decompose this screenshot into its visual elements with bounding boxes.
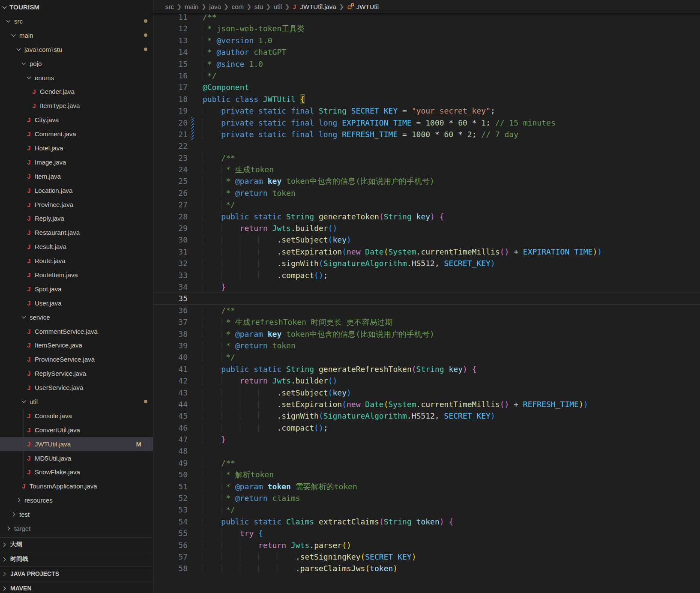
code-line-53[interactable]: 53 */	[153, 504, 700, 515]
tree-item-Item.java[interactable]: JItem.java	[0, 169, 153, 183]
code-line-57[interactable]: 57 .setSigningKey(SECRET_KEY)	[153, 551, 700, 563]
breadcrumb-item-com[interactable]: com	[232, 3, 244, 10]
tree-item-resources[interactable]: resources	[0, 493, 153, 507]
code-line-30[interactable]: 30 .setSubject(key)	[153, 234, 700, 246]
tree-item-Route.java[interactable]: JRoute.java	[0, 254, 153, 268]
tree-item-target[interactable]: target	[0, 521, 153, 536]
code-area[interactable]: 11/**12 * json-web-token工具类13 * @version…	[153, 11, 700, 575]
code-line-18[interactable]: 18public class JWTUtil {	[153, 93, 700, 105]
code-line-50[interactable]: 50 * 解析token	[153, 469, 700, 480]
code-line-17[interactable]: 17@Component	[153, 81, 700, 93]
code-line-15[interactable]: 15 * @since 1.0	[153, 58, 700, 70]
tree-item-UserService.java[interactable]: JUserService.java	[0, 380, 153, 395]
tree-item-Reply.java[interactable]: JReply.java	[0, 211, 153, 225]
tree-item-ItemService.java[interactable]: JItemService.java	[0, 338, 153, 352]
breadcrumb-item-main[interactable]: main	[185, 3, 199, 10]
tree-item-Result.java[interactable]: JResult.java	[0, 240, 153, 254]
code-line-54[interactable]: 54 public static Claims extractClaims(St…	[153, 516, 700, 527]
tree-item-label: Console.java	[35, 412, 72, 419]
tree-item-pojo[interactable]: pojo	[0, 57, 153, 71]
tree-item-ItemType.java[interactable]: JItemType.java	[0, 99, 153, 113]
code-line-51[interactable]: 51 * @param token 需要解析的token	[153, 481, 700, 492]
code-line-41[interactable]: 41 public static String generateRefreshT…	[153, 363, 700, 375]
code-line-20[interactable]: 20 private static final long EXPIRATION_…	[153, 117, 700, 129]
code-line-46[interactable]: 46 .compact();	[153, 422, 700, 434]
code-line-33[interactable]: 33 .compact();	[153, 270, 700, 281]
tree-item-Restaurant.java[interactable]: JRestaurant.java	[0, 225, 153, 240]
code-line-21[interactable]: 21 private static final long REFRESH_TIM…	[153, 129, 700, 140]
code-line-48[interactable]: 48	[153, 445, 700, 457]
code-line-24[interactable]: 24 * 生成token	[153, 164, 700, 175]
code-line-27[interactable]: 27 */	[153, 199, 700, 210]
tree-item-MD5Util.java[interactable]: JMD5Util.java	[0, 451, 153, 465]
tree-item-enums[interactable]: enums	[0, 71, 153, 85]
code-line-38[interactable]: 38 * @param key token中包含的信息(比如说用户的手机号)	[153, 328, 700, 340]
tree-item-Gender.java[interactable]: JGender.java	[0, 84, 153, 99]
code-line-32[interactable]: 32 .signWith(SignatureAlgorithm.HS512, S…	[153, 258, 700, 269]
code-line-11[interactable]: 11/**	[153, 11, 700, 23]
sidebar-section-maven[interactable]: MAVEN	[0, 581, 153, 593]
breadcrumb-file[interactable]: J JWTUtil.java	[293, 3, 336, 10]
code-line-58[interactable]: 58 .parseClaimsJws(token)	[153, 563, 700, 574]
explorer-root-header[interactable]: TOURISM	[0, 0, 153, 14]
tree-item-src[interactable]: src	[0, 14, 153, 28]
code-line-29[interactable]: 29 return Jwts.builder()	[153, 222, 700, 234]
tree-item-Spot.java[interactable]: JSpot.java	[0, 282, 153, 296]
tree-item-Province.java[interactable]: JProvince.java	[0, 198, 153, 212]
code-line-22[interactable]: 22	[153, 140, 700, 152]
tree-item-Image.java[interactable]: JImage.java	[0, 155, 153, 169]
code-line-43[interactable]: 43 .setSubject(key)	[153, 387, 700, 398]
code-line-26[interactable]: 26 * @return token	[153, 187, 700, 199]
tree-item-java-com-stu[interactable]: java\com\stu	[0, 42, 153, 57]
tree-item-ProvinceService.java[interactable]: JProvinceService.java	[0, 352, 153, 366]
sidebar-section-java-projects[interactable]: JAVA PROJECTS	[0, 566, 153, 581]
code-line-36[interactable]: 36 /**	[153, 305, 700, 316]
tree-item-ReplyService.java[interactable]: JReplyService.java	[0, 366, 153, 380]
code-line-19[interactable]: 19 private static final String SECRET_KE…	[153, 105, 700, 117]
tree-item-main[interactable]: main	[0, 28, 153, 42]
sidebar-section-时间线[interactable]: 时间线	[0, 552, 153, 566]
tree-item-service[interactable]: service	[0, 310, 153, 324]
code-line-52[interactable]: 52 * @return claims	[153, 492, 700, 504]
code-line-34[interactable]: 34 }	[153, 281, 700, 293]
code-line-39[interactable]: 39 * @return token	[153, 340, 700, 351]
breadcrumb-item-util[interactable]: util	[274, 3, 282, 10]
tree-item-Console.java[interactable]: JConsole.java	[0, 409, 153, 423]
code-line-28[interactable]: 28 public static String generateToken(St…	[153, 211, 700, 222]
code-line-47[interactable]: 47 }	[153, 434, 700, 445]
code-line-35[interactable]: 35	[153, 293, 700, 304]
tree-item-City.java[interactable]: JCity.java	[0, 113, 153, 127]
tree-item-JWTUtil.java[interactable]: JJWTUtil.javaM	[0, 437, 153, 451]
code-line-45[interactable]: 45 .signWith(SignatureAlgorithm.HS512, S…	[153, 410, 700, 422]
code-line-25[interactable]: 25 * @param key token中包含的信息(比如说用户的手机号)	[153, 175, 700, 187]
tree-item-test[interactable]: test	[0, 507, 153, 521]
code-line-56[interactable]: 56 return Jwts.parser()	[153, 539, 700, 551]
code-line-14[interactable]: 14 * @author chatGPT	[153, 46, 700, 58]
breadcrumb-item-stu[interactable]: stu	[254, 3, 263, 10]
code-line-55[interactable]: 55 try {	[153, 527, 700, 539]
tree-item-CommentService.java[interactable]: JCommentService.java	[0, 324, 153, 338]
code-line-44[interactable]: 44 .setExpiration(new Date(System.curren…	[153, 398, 700, 410]
code-line-23[interactable]: 23 /**	[153, 152, 700, 164]
tree-item-Location.java[interactable]: JLocation.java	[0, 183, 153, 198]
code-line-42[interactable]: 42 return Jwts.builder()	[153, 375, 700, 386]
tree-item-Comment.java[interactable]: JComment.java	[0, 127, 153, 141]
tree-item-ConvertUtil.java[interactable]: JConvertUtil.java	[0, 423, 153, 437]
code-line-13[interactable]: 13 * @version 1.0	[153, 35, 700, 46]
breadcrumb-symbol[interactable]: JWTUtil	[347, 3, 379, 10]
code-line-12[interactable]: 12 * json-web-token工具类	[153, 23, 700, 34]
code-line-16[interactable]: 16 */	[153, 70, 700, 81]
tree-item-util[interactable]: util	[0, 395, 153, 409]
breadcrumb-item-src[interactable]: src	[165, 3, 174, 10]
tree-item-RouteItem.java[interactable]: JRouteItem.java	[0, 268, 153, 282]
code-line-37[interactable]: 37 * 生成refreshToken 时间更长 更不容易过期	[153, 316, 700, 328]
code-line-40[interactable]: 40 */	[153, 351, 700, 363]
tree-item-User.java[interactable]: JUser.java	[0, 296, 153, 310]
tree-item-SnowFlake.java[interactable]: JSnowFlake.java	[0, 465, 153, 479]
code-line-49[interactable]: 49 /**	[153, 457, 700, 469]
code-line-31[interactable]: 31 .setExpiration(new Date(System.curren…	[153, 246, 700, 258]
breadcrumb-item-java[interactable]: java	[209, 3, 221, 10]
sidebar-section-大纲[interactable]: 大纲	[0, 537, 153, 552]
tree-item-Hotel.java[interactable]: JHotel.java	[0, 141, 153, 155]
tree-item-TourismApplication.java[interactable]: JTourismApplication.java	[0, 479, 153, 493]
